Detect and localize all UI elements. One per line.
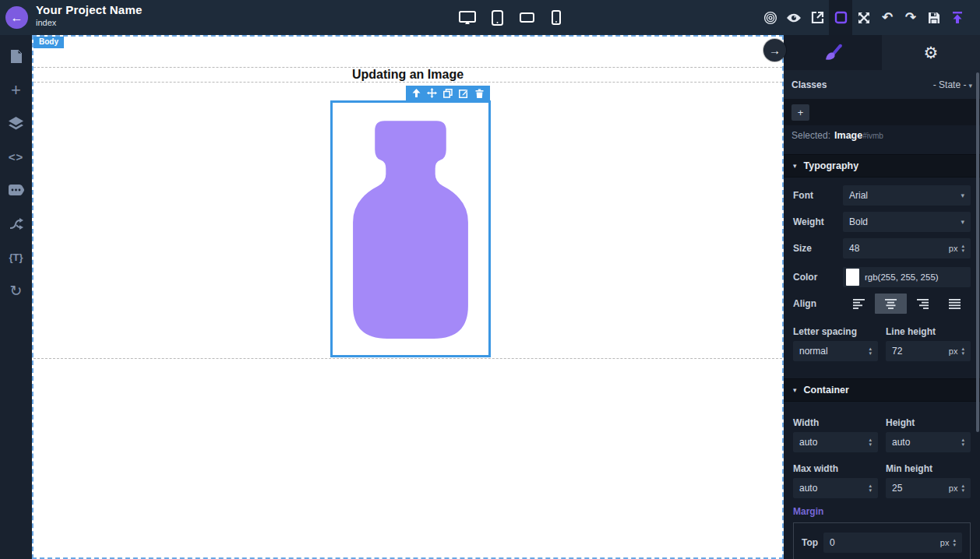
- caret-down-icon: ▾: [793, 386, 797, 394]
- project-title-block: Your Project Name index: [36, 3, 143, 27]
- fullscreen-icon[interactable]: [852, 0, 876, 35]
- margin-label[interactable]: Margin: [793, 506, 971, 517]
- size-input[interactable]: 48 px ▴▾: [843, 238, 971, 258]
- layers-icon[interactable]: [0, 107, 32, 140]
- align-justify-icon[interactable]: [939, 294, 971, 314]
- brush-icon: [823, 44, 842, 62]
- collapse-panel-button[interactable]: →: [763, 39, 786, 62]
- size-label: Size: [793, 243, 843, 254]
- topbar-actions: ↶ ↷: [759, 0, 969, 35]
- publish-upload-icon[interactable]: [946, 0, 969, 35]
- min-height-input[interactable]: 25 px ▴▾: [886, 478, 971, 498]
- comments-icon[interactable]: [0, 174, 32, 207]
- select-parent-arrow-icon[interactable]: [411, 88, 421, 98]
- letter-spacing-label: Letter spacing: [793, 326, 878, 337]
- borders-target-icon[interactable]: [759, 0, 782, 35]
- canvas-heading[interactable]: Updating an Image: [33, 68, 782, 82]
- component-outline-bottom: [33, 82, 782, 83]
- classes-row: Classes - State -▾: [784, 70, 980, 99]
- left-sidebar: + <> {T} ↻: [0, 35, 32, 559]
- add-block-plus-icon[interactable]: +: [0, 73, 32, 107]
- line-height-input[interactable]: 72 px ▴▾: [886, 341, 971, 361]
- component-outline-icon[interactable]: [829, 0, 852, 35]
- delete-trash-icon[interactable]: [474, 88, 485, 98]
- selection-toolbar: [406, 86, 490, 100]
- width-input[interactable]: auto ▴▾: [793, 432, 878, 452]
- max-width-stepper[interactable]: ▴▾: [869, 483, 872, 493]
- back-button[interactable]: ←: [5, 6, 28, 29]
- color-row: Color rgb(255, 255, 255): [793, 267, 971, 287]
- redo-icon[interactable]: ↷: [899, 0, 922, 35]
- sector-container[interactable]: ▾ Container: [784, 378, 980, 402]
- weight-row: Weight Bold ▾: [793, 212, 971, 232]
- move-icon[interactable]: [427, 88, 438, 98]
- preview-eye-icon[interactable]: [782, 0, 806, 35]
- margin-box: Top 0 px ▴▾ Left auto ▴▾: [793, 522, 971, 559]
- device-mobile-icon[interactable]: [547, 0, 566, 35]
- undo-icon[interactable]: ↶: [876, 0, 899, 35]
- weight-label: Weight: [793, 216, 843, 227]
- selected-component-name: Image: [834, 130, 862, 141]
- line-height-label: Line height: [886, 326, 971, 337]
- state-select[interactable]: - State -▾: [933, 79, 972, 90]
- align-center-icon[interactable]: [875, 294, 907, 314]
- align-row: Align: [793, 294, 971, 314]
- templates-icon[interactable]: {T}: [0, 241, 32, 274]
- container-body: Width Height auto ▴▾ auto ▴▾ Max width M…: [784, 402, 980, 559]
- height-label: Height: [886, 417, 971, 428]
- copy-icon[interactable]: [442, 88, 453, 98]
- selected-component-id: #ivmb: [862, 132, 883, 140]
- min-height-stepper[interactable]: ▴▾: [961, 483, 964, 493]
- page-name: index: [36, 18, 143, 27]
- size-stepper[interactable]: ▴▾: [961, 244, 964, 253]
- letter-spacing-input[interactable]: normal ▴▾: [793, 341, 878, 361]
- font-select[interactable]: Arial ▾: [843, 185, 971, 206]
- tab-styles[interactable]: [784, 35, 882, 70]
- selected-prefix: Selected:: [791, 130, 830, 141]
- line-height-stepper[interactable]: ▴▾: [961, 346, 964, 356]
- min-height-label: Min height: [886, 463, 971, 474]
- margin-top-input[interactable]: 0 px ▴▾: [823, 533, 962, 553]
- color-label: Color: [793, 272, 843, 283]
- margin-top-row: Top 0 px ▴▾: [802, 533, 962, 553]
- history-icon[interactable]: ↻: [0, 274, 32, 308]
- margin-top-stepper[interactable]: ▴▾: [953, 538, 956, 547]
- classes-tags-area[interactable]: +: [784, 99, 980, 125]
- sector-typography[interactable]: ▾ Typography: [784, 154, 980, 178]
- pages-file-icon[interactable]: [0, 40, 32, 73]
- height-stepper[interactable]: ▴▾: [961, 438, 964, 447]
- export-code-icon[interactable]: [806, 0, 829, 35]
- width-label: Width: [793, 417, 878, 428]
- chevron-down-icon: ▾: [961, 218, 964, 226]
- tab-settings[interactable]: ⚙: [882, 35, 980, 70]
- editor-canvas[interactable]: Body Updating an Image: [32, 35, 784, 559]
- selected-row: Selected: Image #ivmb: [784, 125, 980, 148]
- component-outline-image-bottom: [33, 358, 782, 359]
- panel-scrollbar[interactable]: [976, 72, 979, 432]
- align-label: Align: [793, 298, 843, 309]
- width-stepper[interactable]: ▴▾: [869, 438, 872, 447]
- back-arrow-icon: ←: [11, 11, 23, 25]
- device-desktop-icon[interactable]: [458, 0, 477, 35]
- device-tablet-landscape-icon[interactable]: [517, 0, 536, 35]
- edit-icon[interactable]: [458, 88, 469, 98]
- bottle-image: [342, 107, 479, 353]
- font-row: Font Arial ▾: [793, 185, 971, 206]
- align-left-icon[interactable]: [843, 294, 875, 314]
- code-brackets-icon[interactable]: <>: [0, 140, 32, 174]
- connections-share-icon[interactable]: [0, 207, 32, 241]
- margin-top-label: Top: [802, 537, 818, 548]
- add-class-button[interactable]: +: [791, 104, 809, 121]
- body-badge[interactable]: Body: [33, 37, 64, 48]
- max-width-input[interactable]: auto ▴▾: [793, 478, 878, 498]
- size-row: Size 48 px ▴▾: [793, 238, 971, 258]
- letter-spacing-stepper[interactable]: ▴▾: [869, 346, 872, 356]
- selected-image[interactable]: [330, 100, 491, 357]
- height-input[interactable]: auto ▴▾: [886, 432, 971, 452]
- weight-select[interactable]: Bold ▾: [843, 212, 971, 232]
- device-tablet-icon[interactable]: [488, 0, 506, 35]
- align-right-icon[interactable]: [907, 294, 939, 314]
- color-swatch[interactable]: [846, 269, 859, 286]
- color-input[interactable]: rgb(255, 255, 255): [843, 267, 971, 287]
- save-icon[interactable]: [922, 0, 946, 35]
